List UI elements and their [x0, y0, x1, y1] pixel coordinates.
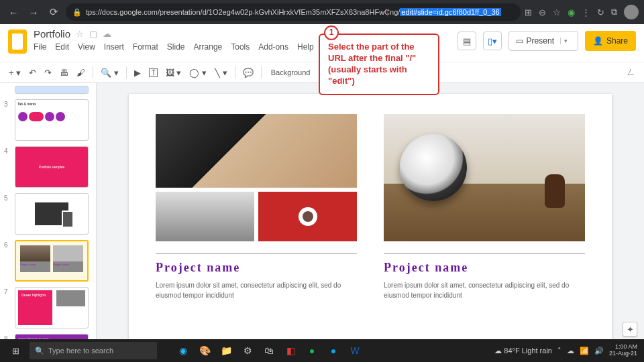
back-icon[interactable]: ← — [5, 4, 21, 20]
image-icon[interactable]: 🖼 ▾ — [162, 66, 185, 80]
thumb-7[interactable]: Career highlights — [15, 287, 89, 328]
qr-icon[interactable]: ⊞ — [525, 7, 532, 17]
menu-edit[interactable]: Edit — [55, 42, 69, 52]
present-dropdown-icon: ▾ — [560, 38, 571, 44]
tray-volume-icon[interactable]: 🔊 — [594, 347, 604, 355]
doc-title[interactable]: Portfolio — [34, 28, 70, 40]
app-office-icon[interactable]: ◧ — [280, 341, 301, 360]
profile-avatar[interactable] — [624, 5, 639, 19]
tray-chevron-icon[interactable]: ˄ — [557, 347, 561, 355]
address-bar[interactable]: 🔒 tps://docs.google.com/presentation/d/1… — [66, 3, 521, 21]
menu-help[interactable]: Help — [297, 42, 314, 52]
share-button[interactable]: 👤 Share — [585, 31, 636, 51]
proj2-title: Project name — [384, 261, 585, 275]
reload-icon[interactable]: ⟳ — [46, 4, 62, 20]
proj1-image-main — [156, 114, 357, 188]
star-doc-icon[interactable]: ☆ — [76, 29, 84, 39]
thumb-3[interactable]: Tab & marks — [15, 99, 89, 141]
background-button[interactable]: Background — [266, 66, 316, 78]
ext1-icon[interactable]: ◉ — [568, 7, 575, 17]
lock-icon: 🔒 — [72, 8, 82, 17]
ext2-icon[interactable]: ⋮ — [582, 7, 590, 17]
slides-logo-icon[interactable] — [8, 29, 27, 54]
menu-file[interactable]: File — [34, 42, 46, 52]
slide-thumbnails: 3Tab & marks 4Portfolio samples 5 6Proje… — [0, 83, 97, 339]
taskbar-search[interactable]: 🔍 Type here to search — [30, 342, 157, 359]
shape-icon[interactable]: ◯ ▾ — [186, 66, 210, 80]
app-settings-icon[interactable]: ⚙ — [237, 341, 258, 360]
proj1-title: Project name — [156, 261, 357, 275]
tray-clock[interactable]: 1:00 AM21-Aug-21 — [609, 344, 640, 357]
select-icon[interactable]: ▶ — [131, 66, 144, 80]
textbox-icon[interactable]: 🅃 — [146, 66, 161, 80]
print-icon[interactable]: 🖶 — [56, 66, 72, 80]
line-icon[interactable]: ╲ ▾ — [211, 66, 231, 80]
menu-insert[interactable]: Insert — [104, 42, 124, 52]
callout-text: Select the part of the URL after the fin… — [328, 42, 416, 86]
weather-widget[interactable]: ☁ 84°F Light rain — [494, 347, 552, 355]
proj1-image-a — [156, 192, 254, 241]
proj2-image-main — [384, 114, 585, 241]
move-doc-icon[interactable]: ▢ — [89, 29, 97, 39]
project-1: Project name Lorem ipsum dolor sit amet,… — [156, 114, 357, 339]
menu-addons[interactable]: Add-ons — [258, 42, 288, 52]
app-spotify-icon[interactable]: ● — [302, 341, 322, 360]
thumb-5[interactable] — [15, 193, 89, 235]
url-text: tps://docs.google.com/presentation/d/1O2… — [86, 8, 514, 16]
cloud-icon[interactable]: ☁ — [103, 29, 111, 39]
explore-button[interactable]: ✦ — [623, 322, 637, 337]
proj1-image-b — [258, 192, 357, 241]
zoom-icon[interactable]: ⊖ — [539, 7, 546, 17]
project-2: Project name Lorem ipsum dolor sit amet,… — [384, 114, 585, 339]
forward-icon[interactable]: → — [25, 4, 42, 20]
star-icon[interactable]: ☆ — [553, 7, 561, 17]
hide-menus-icon[interactable]: ㄥ — [623, 64, 639, 80]
thumb-4[interactable]: Portfolio samples — [15, 146, 89, 188]
comments-icon[interactable]: ▤ — [458, 32, 476, 50]
callout-arrow-icon: ↑ — [384, 5, 390, 19]
tray-cloud-icon[interactable]: ☁ — [567, 347, 574, 355]
url-selected: edit#slide=id.gc6f80d1ff_0_36 — [400, 8, 500, 16]
current-slide[interactable]: Project name Lorem ipsum dolor sit amet,… — [129, 94, 612, 339]
thumb-1[interactable] — [15, 86, 89, 94]
menu-format[interactable]: Format — [133, 42, 158, 52]
menu-slide[interactable]: Slide — [167, 42, 185, 52]
menu-tools[interactable]: Tools — [231, 42, 250, 52]
canvas[interactable]: Project name Lorem ipsum dolor sit amet,… — [97, 83, 644, 339]
present-button[interactable]: ▭ Present▾ — [508, 31, 578, 51]
app-qb-icon[interactable]: ● — [323, 341, 343, 360]
start-icon[interactable]: ⊞ — [4, 341, 27, 360]
proj2-desc: Lorem ipsum dolor sit amet, consectetur … — [384, 280, 585, 300]
app-word-icon[interactable]: W — [345, 341, 365, 360]
ext3-icon[interactable]: ↻ — [597, 7, 604, 17]
app-paint-icon[interactable]: 🎨 — [195, 341, 215, 360]
comment-icon[interactable]: 💬 — [239, 66, 257, 80]
ext4-icon[interactable]: ⧉ — [611, 7, 617, 17]
redo-icon[interactable]: ↷ — [41, 66, 55, 80]
tray-wifi-icon[interactable]: 📶 — [580, 347, 589, 355]
browser-bar: ← → ⟳ 🔒 tps://docs.google.com/presentati… — [0, 0, 644, 24]
app-edge-icon[interactable]: ◉ — [173, 341, 193, 360]
thumb-6-selected[interactable]: Project nameProject name — [15, 240, 89, 282]
new-slide-icon[interactable]: + ▾ — [5, 66, 24, 80]
app-explorer-icon[interactable]: 📁 — [216, 341, 236, 360]
meet-icon[interactable]: ▯▾ — [483, 32, 502, 50]
windows-taskbar: ⊞ 🔍 Type here to search ◉ 🎨 📁 ⚙ 🛍 ◧ ● ● … — [0, 339, 644, 362]
app-store-icon[interactable]: 🛍 — [259, 341, 279, 360]
proj1-desc: Lorem ipsum dolor sit amet, consectetur … — [156, 280, 357, 300]
menu-arrange[interactable]: Arrange — [194, 42, 223, 52]
menu-view[interactable]: View — [78, 42, 95, 52]
callout-number: 1 — [324, 25, 339, 40]
paint-icon[interactable]: 🖌 — [73, 66, 89, 80]
instruction-callout: 1 Select the part of the URL after the f… — [319, 34, 439, 95]
thumb-8[interactable]: Acme Design Award — [15, 334, 89, 339]
zoom-tool-icon[interactable]: 🔍 ▾ — [97, 66, 122, 80]
undo-icon[interactable]: ↶ — [25, 66, 40, 80]
